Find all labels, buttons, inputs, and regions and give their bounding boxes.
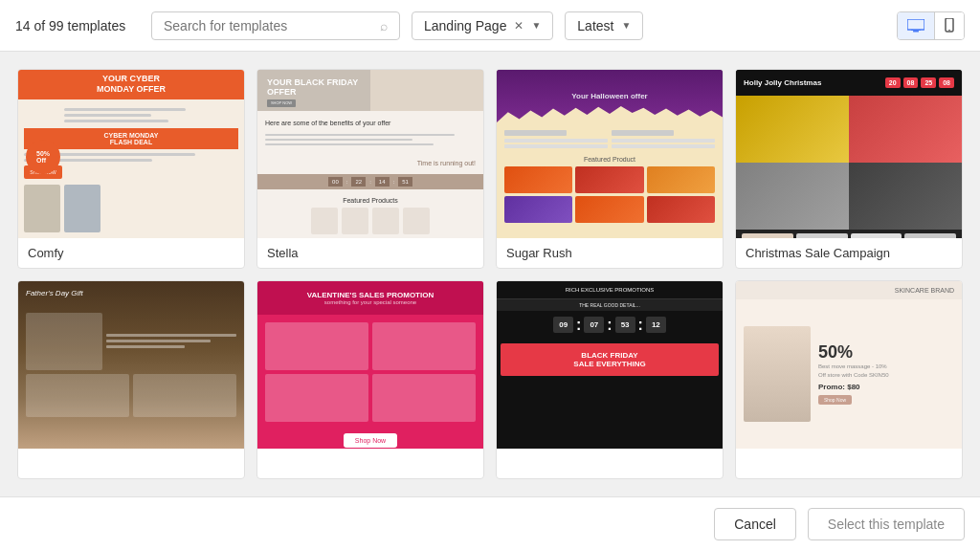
stella-hero-image: YOUR BLACK FRIDAYOFFER SHOP NOW <box>257 70 483 111</box>
template-preview-comfy: YOUR CYBERMONDAY OFFER 50%Off CYBER MOND… <box>18 70 244 238</box>
template-preview-black-friday: RICH EXCLUSIVE PROMOTIONS THE REAL GOOD … <box>497 281 723 450</box>
templates-grid: YOUR CYBERMONDAY OFFER 50%Off CYBER MOND… <box>0 52 980 496</box>
template-name-stella: Stella <box>257 238 483 268</box>
template-name-christmas: Christmas Sale Campaign <box>736 238 962 268</box>
category-filter-label: Landing Page <box>424 18 506 33</box>
sort-dropdown[interactable]: Latest ▼ <box>565 11 643 40</box>
template-card-fathers-day[interactable]: Father's Day Gift Father's Day <box>17 280 245 480</box>
template-preview-sugar-rush: Your Halloween offer Featured Product <box>497 70 723 238</box>
category-chevron-icon: ▼ <box>531 20 541 31</box>
template-preview-fathers-day: Father's Day Gift <box>18 281 244 450</box>
comfy-discount-badge: 50%Off <box>26 140 60 174</box>
skincare-model-image <box>744 326 811 422</box>
template-preview-christmas: Holly Jolly Christmas 20 08 25 08 <box>736 70 962 238</box>
search-bar-container: ⌕ <box>151 11 400 40</box>
template-card-sugar-rush[interactable]: Your Halloween offer Featured Product <box>496 69 724 269</box>
comfy-header-banner: YOUR CYBERMONDAY OFFER <box>18 70 244 99</box>
sugar-body: Featured Product <box>497 122 723 238</box>
fathers-title-text: Father's Day Gift <box>18 281 244 305</box>
valentine-products <box>257 315 483 429</box>
xmas-timer: 20 08 25 08 <box>885 77 954 88</box>
filter-remove-icon[interactable]: ✕ <box>514 19 523 33</box>
template-card-skincare[interactable]: SKINCARE BRAND 50% Best move massage - 1… <box>735 280 963 480</box>
svg-point-4 <box>948 29 950 31</box>
bottom-bar: Cancel Select this template <box>0 496 980 550</box>
template-preview-stella: YOUR BLACK FRIDAYOFFER SHOP NOW Here are… <box>257 70 483 238</box>
mobile-view-button[interactable] <box>935 12 964 39</box>
template-name-comfy: Comfy <box>18 238 244 268</box>
template-card-black-friday[interactable]: RICH EXCLUSIVE PROMOTIONS THE REAL GOOD … <box>496 280 724 480</box>
search-input[interactable] <box>164 18 376 33</box>
sort-chevron-icon: ▼ <box>621 20 631 31</box>
search-icon: ⌕ <box>380 18 388 33</box>
svg-rect-2 <box>911 30 921 31</box>
skincare-hero: 50% Best move massage - 10%Off store wit… <box>736 299 962 450</box>
cancel-button[interactable]: Cancel <box>714 508 796 540</box>
fathers-content <box>18 305 244 425</box>
sort-label: Latest <box>577 18 613 33</box>
bf-header: RICH EXCLUSIVE PROMOTIONS <box>497 281 723 299</box>
select-template-button[interactable]: Select this template <box>808 508 965 540</box>
template-card-stella[interactable]: YOUR BLACK FRIDAYOFFER SHOP NOW Here are… <box>256 69 484 269</box>
sugar-hero: Your Halloween offer <box>497 70 723 122</box>
template-card-comfy[interactable]: YOUR CYBERMONDAY OFFER 50%Off CYBER MOND… <box>17 69 245 269</box>
svg-rect-0 <box>907 19 924 30</box>
stella-text-section: Here are some of the benefits of your of… <box>257 111 483 156</box>
svg-rect-1 <box>913 31 919 33</box>
template-preview-skincare: SKINCARE BRAND 50% Best move massage - 1… <box>736 281 962 450</box>
bf-promo-bar: THE REAL GOOD DETAIL... <box>497 299 723 311</box>
category-filter-dropdown[interactable]: Landing Page ✕ ▼ <box>412 11 553 40</box>
bf-countdown: 09 : 07 : 53 : 12 <box>497 311 723 340</box>
template-card-christmas[interactable]: Holly Jolly Christmas 20 08 25 08 <box>735 69 963 269</box>
stella-products: Featured Products <box>257 193 483 238</box>
xmas-product-row <box>736 230 962 238</box>
skincare-text: 50% Best move massage - 10%Off store wit… <box>818 342 954 405</box>
template-preview-valentine: VALENTINE'S SALES PROMOTION something fo… <box>257 281 483 450</box>
skincare-header: SKINCARE BRAND <box>736 281 962 299</box>
xmas-header: Holly Jolly Christmas 20 08 25 08 <box>736 70 962 96</box>
top-bar: 14 of 99 templates ⌕ Landing Page ✕ ▼ La… <box>0 0 980 52</box>
template-name-sugar-rush: Sugar Rush <box>497 238 723 268</box>
view-toggle-group <box>897 11 965 40</box>
desktop-view-button[interactable] <box>898 12 935 39</box>
bf-banner: BLACK FRIDAYSALE EVERYTHING <box>501 343 719 376</box>
template-card-valentine[interactable]: VALENTINE'S SALES PROMOTION something fo… <box>256 280 484 480</box>
valentine-header: VALENTINE'S SALES PROMOTION something fo… <box>257 281 483 315</box>
stella-countdown: 00: 22: 14: 51 <box>257 174 483 189</box>
template-count: 14 of 99 templates <box>15 18 140 33</box>
xmas-image-grid <box>736 96 962 230</box>
valentine-cta-button: Shop Now <box>344 433 397 448</box>
